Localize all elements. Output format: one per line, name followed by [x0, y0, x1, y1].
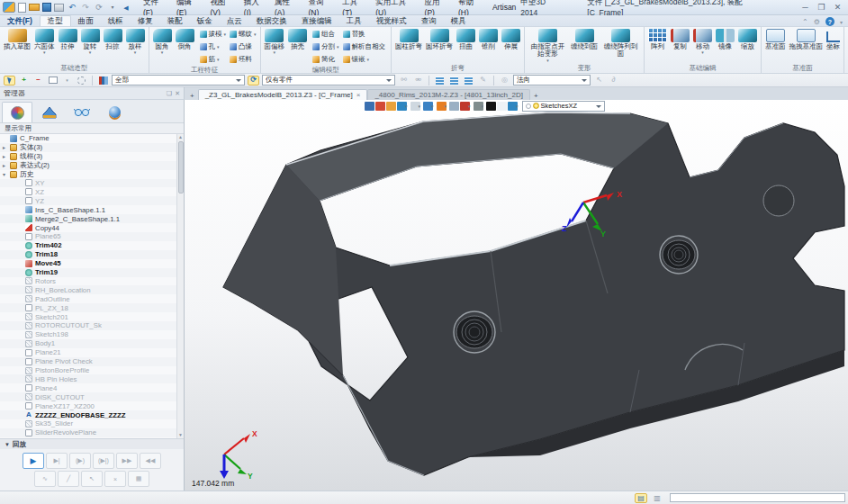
display-toggle-icon[interactable]: ▥ — [651, 493, 663, 503]
ribbon-tab[interactable]: 文件(F) — [0, 15, 40, 26]
restore-button[interactable]: ❐ — [816, 3, 827, 12]
ribbon-button[interactable]: 由指定点开始变形 ▾ — [527, 28, 569, 63]
pin-panel-icon[interactable]: ❏ — [167, 90, 172, 97]
ribbon-tab[interactable]: 钣金 — [190, 15, 220, 26]
sort-b-icon[interactable] — [448, 76, 460, 86]
ribbon-tab[interactable]: 曲面 — [71, 15, 101, 26]
scroll-down-icon[interactable]: ▼ — [178, 432, 183, 438]
link-picker-icon[interactable]: ⚯ — [398, 76, 410, 86]
ribbon-button[interactable]: 六面体 ▾ — [32, 28, 57, 55]
ribbon-small-button[interactable]: 孔 ▾ — [198, 40, 229, 53]
manager-tab-history[interactable] — [2, 102, 32, 122]
manager-tab-config[interactable] — [34, 102, 65, 122]
sort-c-icon[interactable] — [463, 76, 474, 86]
tree-item[interactable]: Plane4 — [0, 383, 176, 392]
graphics-viewport[interactable]: ▾ ▾ ▾ — [185, 100, 848, 490]
ribbon-tab[interactable]: 装配 — [160, 15, 190, 26]
tree-item[interactable]: Sk35_Slider — [0, 419, 176, 428]
close-button[interactable]: ✕ — [832, 3, 843, 12]
tree-item[interactable]: XY — [0, 179, 176, 188]
minimize-button[interactable]: ─ — [799, 3, 811, 12]
ribbon-button[interactable]: 阵列 — [646, 28, 669, 55]
ribbon-small-button[interactable]: 组合 — [311, 28, 341, 40]
tree-item[interactable]: Sketch198 — [0, 330, 176, 339]
tree-scrollbar[interactable]: ▲ ▼ — [176, 134, 184, 438]
tree-item[interactable]: HB Pin Holes — [0, 374, 176, 383]
tree-item[interactable]: Sketch201 — [0, 312, 176, 321]
replay-section-header[interactable]: ▼ 回放 — [0, 438, 184, 449]
viewport-tool-icon[interactable] — [365, 102, 374, 111]
replay-edit-button[interactable]: ▦ — [128, 471, 149, 487]
help-dropdown-caret-icon[interactable]: ▾ — [840, 19, 843, 25]
ribbon-tab[interactable]: 修复 — [131, 15, 160, 26]
tree-item[interactable]: DISK_CUTOUT — [0, 392, 176, 401]
tree-item[interactable]: Plane21 — [0, 348, 176, 357]
ribbon-button[interactable]: 面偏移 ▾ — [263, 28, 287, 55]
new-file-icon[interactable] — [18, 3, 26, 13]
tree-item[interactable]: ▾ 历史 — [0, 170, 176, 179]
tree-item[interactable]: Plane Pivot Check — [0, 357, 176, 366]
replay-button[interactable]: ◀◀ — [140, 453, 161, 469]
ribbon-small-button[interactable]: 螺纹 ▾ — [228, 28, 258, 40]
manager-tab-visibility[interactable] — [67, 102, 97, 122]
ribbon-button[interactable]: 缠绕阵列到面 — [600, 28, 642, 63]
tree-item[interactable]: ▸ 线框(3) — [0, 152, 176, 161]
ribbon-button[interactable]: 拉伸 — [57, 28, 79, 55]
pick-chain-icon[interactable]: ∂ — [608, 76, 619, 86]
normal-dropdown[interactable]: 法向 — [513, 75, 591, 86]
ribbon-tab[interactable]: 造型 — [40, 15, 71, 26]
ribbon-button[interactable]: 缠绕到面 — [569, 28, 600, 63]
close-panel-icon[interactable]: ✕ — [175, 90, 180, 97]
ribbon-button[interactable]: 扫掠 — [102, 28, 124, 55]
ribbon-button[interactable]: 伸展 — [500, 28, 522, 55]
replay-edit-button[interactable]: × — [104, 471, 126, 487]
ribbon-small-button[interactable]: 坯料 — [228, 53, 258, 66]
twisty-icon[interactable]: ▸ — [3, 162, 10, 168]
ribbon-small-button[interactable]: 凸缘 — [228, 40, 258, 53]
minimize-ribbon-icon[interactable]: ⌃ — [802, 18, 808, 26]
sort-a-icon[interactable] — [434, 76, 446, 86]
pick-arrow-icon[interactable]: ↖ — [593, 76, 605, 86]
brush-icon[interactable]: ✎ — [477, 76, 489, 86]
refresh-icon[interactable]: ⟳ — [94, 3, 104, 13]
tree-item[interactable]: Move45 — [0, 259, 176, 268]
ribbon-button[interactable]: 圆柱折弯 — [393, 28, 424, 55]
ribbon-button[interactable]: 抽壳 — [286, 28, 309, 55]
tree-item[interactable]: XZ — [0, 187, 176, 196]
menu-item[interactable]: Artisan — [488, 2, 520, 13]
ribbon-tab[interactable]: 视觉样式 — [369, 15, 414, 26]
document-tab-active[interactable]: _Z3_GL_BrakesModelB_2013.Z3 - [C_Frame] … — [198, 89, 368, 100]
tree-item[interactable]: Trim19 — [0, 268, 176, 277]
tree-item[interactable]: ▸ 实体(3) — [0, 143, 176, 152]
ribbon-button[interactable]: 拖拽基准面 — [788, 28, 825, 55]
tree-item[interactable]: Body1 — [0, 339, 176, 348]
normal-mode-icon[interactable]: ◎ — [499, 76, 510, 86]
tree-item[interactable]: Ins_C_BaseShape.1.1 — [0, 205, 176, 214]
ribbon-tab[interactable]: 数据交换 — [249, 15, 294, 26]
ribbon-button[interactable]: 插入草图 — [2, 28, 32, 55]
filter-scope-dropdown[interactable]: 全部 — [112, 75, 245, 86]
ribbon-small-button[interactable]: 替换 — [341, 28, 390, 40]
tree-filter-bar[interactable]: 显示常用 — [0, 123, 184, 134]
ribbon-small-button[interactable]: 镶嵌 ▾ — [341, 53, 390, 66]
ribbon-small-button[interactable]: 拔模 ▾ — [198, 28, 229, 40]
replay-button[interactable]: ▶▶ — [116, 453, 138, 469]
save-icon[interactable] — [42, 3, 51, 12]
tree-item[interactable]: YZ — [0, 196, 176, 205]
ribbon-button[interactable]: 镜像 — [714, 28, 736, 55]
replay-edit-button[interactable]: ∿ — [34, 471, 56, 487]
ribbon-button[interactable]: 圆角 ▾ — [151, 28, 174, 55]
tree-item[interactable]: PlaneXZ17_XZ200 — [0, 401, 176, 410]
settings-gear-icon[interactable]: ⚙ — [814, 18, 820, 26]
manager-tab-render[interactable] — [99, 102, 130, 122]
tree-item[interactable]: C_Frame — [0, 134, 176, 143]
tree-item[interactable]: RH_BoreLocation — [0, 285, 176, 294]
open-file-icon[interactable] — [29, 4, 40, 11]
replay-button[interactable]: (▶|) — [93, 453, 114, 469]
tree-item[interactable]: Trim402 — [0, 241, 176, 250]
ribbon-tab[interactable]: 模具 — [444, 15, 474, 26]
tree-item[interactable]: PL_ZX_18 — [0, 303, 176, 312]
view-preset-dropdown[interactable]: SketchesXZ — [522, 101, 605, 112]
scroll-up-icon[interactable]: ▲ — [178, 134, 183, 140]
add-document-tab-button[interactable]: + — [186, 92, 198, 100]
